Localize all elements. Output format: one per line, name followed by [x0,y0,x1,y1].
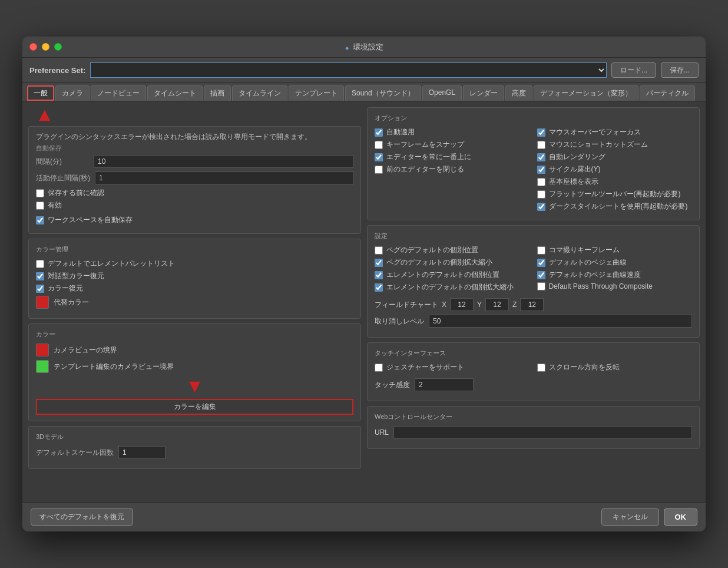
base-coords-row: 基本座標を表示 [537,177,693,187]
workspace-checkbox[interactable] [36,216,44,224]
restore-defaults-button[interactable]: すべてのデフォルトを復元 [31,508,133,526]
tab-particles[interactable]: パーティクル [640,85,695,101]
interval-input[interactable] [94,155,353,168]
field-chart-label: フィールドチャート [375,300,438,310]
field-y-label: Y [477,300,482,309]
bezier-speed-checkbox[interactable] [537,271,545,279]
cancel-button[interactable]: キャンセル [601,508,659,526]
bezier-checkbox[interactable] [537,259,545,267]
dark-stylesheet-checkbox[interactable] [537,203,545,211]
workspace-row: ワークスペースを自動保存 [36,215,353,225]
3d-model-title: 3Dモデル [36,432,353,441]
app-icon: ⬥ [345,42,349,52]
replacement-color-swatch[interactable] [36,296,49,309]
close-editor-checkbox[interactable] [375,166,383,174]
tab-nodeview[interactable]: ノードビュー [91,85,146,101]
window-title: ⬥ 環境設定 [345,42,383,52]
ok-button[interactable]: OK [664,508,698,526]
base-coords-checkbox[interactable] [537,178,545,186]
settings-title: 設定 [375,232,692,240]
tab-general[interactable]: 一般 [27,85,54,101]
tab-sound[interactable]: Sound（サウンド） [345,85,421,101]
left-panel: ▲ プラグインのシンタックスエラーが検出された場合は読み取り専用モードで開きます… [28,107,361,496]
flat-toolbar-label: フラットツールツールバー(再起動が必要) [549,189,681,199]
field-z-input[interactable] [520,298,544,311]
options-title: オプション [375,114,692,123]
cycle-exposure-label: サイクル露出(Y) [549,164,601,174]
touch-grid: ジェスチャーをサポート スクロール方向を反転 [375,362,692,375]
valid-checkbox[interactable] [36,202,44,210]
load-button[interactable]: ロード... [611,62,656,78]
field-y-input[interactable] [485,298,509,311]
arrow-up-indicator: ▲ [35,105,54,124]
gesture-checkbox[interactable] [375,364,383,372]
flat-toolbar-checkbox[interactable] [537,190,545,199]
interactive-color-label: 対話型カラー復元 [48,271,104,281]
gesture-row: ジェスチャーをサポート [375,362,530,372]
default-palette-row: デフォルトでエレメントパレットリスト [36,259,353,269]
field-x-input[interactable] [450,298,474,311]
snap-keyframe-label: キーフレームをスナップ [386,140,464,150]
mouse-zoom-checkbox[interactable] [537,141,545,149]
color-restore-checkbox[interactable] [36,285,44,293]
stop-motion-checkbox[interactable] [537,246,545,255]
tab-timeline[interactable]: タイムライン [232,85,287,101]
tab-timesheet[interactable]: タイムシート [147,85,203,101]
peg-pos-checkbox[interactable] [375,246,383,255]
minimize-button[interactable] [42,43,49,51]
close-editor-label: 前のエディターを閉じる [386,164,464,174]
camera-border-swatch[interactable] [36,344,49,356]
maximize-button[interactable] [54,43,62,51]
preference-set-select[interactable] [90,62,607,78]
interactive-color-checkbox[interactable] [36,272,44,280]
title-text: 環境設定 [353,42,383,52]
editor-top-checkbox[interactable] [375,153,383,161]
default-palette-checkbox[interactable] [36,260,44,268]
color-section-title: カラー [36,330,353,339]
tab-advanced[interactable]: 高度 [505,85,532,101]
template-border-label: テンプレート編集のカメラビュー境界 [54,362,174,372]
mouseover-checkbox[interactable] [537,128,545,137]
template-border-swatch[interactable] [36,360,49,373]
close-button[interactable] [29,43,37,51]
tab-drawing[interactable]: 描画 [204,85,231,101]
confirm-checkbox[interactable] [36,189,44,197]
tab-deformation[interactable]: デフォーメーション（変形） [534,85,638,101]
bezier-speed-label: デフォルトのベジェ曲線速度 [549,270,641,280]
snap-keyframe-row: キーフレームをスナップ [375,140,530,150]
scroll-checkbox[interactable] [537,364,545,372]
traffic-lights [29,43,62,51]
inactive-input[interactable] [95,171,353,184]
tab-render[interactable]: レンダー [463,85,504,101]
element-pos-checkbox[interactable] [375,271,383,279]
3d-model-section: 3Dモデル デフォルトスケール因数 [28,426,361,469]
main-content: ▲ プラグインのシンタックスエラーが検出された場合は読み取り専用モードで開きます… [22,101,706,502]
peg-scale-label: ペグのデフォルトの個別拡大縮小 [386,257,492,268]
pass-through-checkbox[interactable] [537,282,545,290]
element-scale-label: エレメントのデフォルトの個別拡大縮小 [386,282,514,292]
snap-keyframe-checkbox[interactable] [375,141,383,149]
titlebar: ⬥ 環境設定 [22,37,706,58]
default-palette-label: デフォルトでエレメントパレットリスト [48,259,175,269]
bezier-label: デフォルトのベジェ曲線 [549,257,627,268]
cycle-exposure-checkbox[interactable] [537,166,545,174]
default-scale-input[interactable] [118,446,166,459]
tab-template[interactable]: テンプレート [289,85,344,101]
edit-color-button[interactable]: カラーを編集 [36,399,353,415]
preference-set-label: Preference Set: [29,66,85,75]
bezier-speed-row: デフォルトのベジェ曲線速度 [537,270,693,280]
peg-scale-checkbox[interactable] [375,259,383,267]
interactive-color-row: 対話型カラー復元 [36,271,353,281]
touch-input[interactable] [415,378,474,391]
auto-apply-checkbox[interactable] [375,128,383,137]
url-input[interactable] [393,426,692,439]
touch-sensitivity-label: タッチ感度 [375,380,410,390]
options-section: オプション 自動適用 キーフレームをスナップ エディター [367,107,700,220]
undo-input[interactable] [429,315,692,328]
element-scale-checkbox[interactable] [375,283,383,292]
save-button[interactable]: 保存... [661,62,699,78]
tab-opengl[interactable]: OpenGL [422,85,462,101]
auto-render-checkbox[interactable] [537,153,545,161]
auto-render-row: 自動レンダリング [537,152,693,162]
tab-camera[interactable]: カメラ [55,85,90,101]
